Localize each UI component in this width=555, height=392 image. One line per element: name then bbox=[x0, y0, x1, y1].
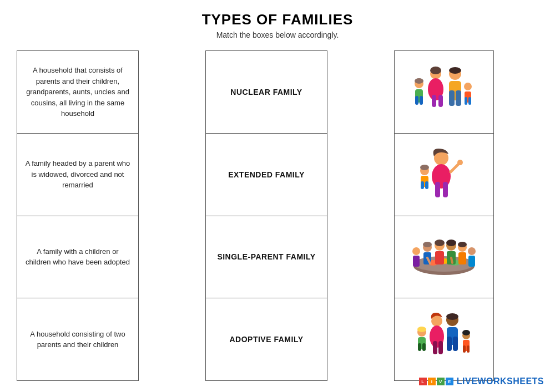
svg-rect-13 bbox=[420, 96, 423, 105]
svg-point-24 bbox=[457, 160, 463, 165]
label-4: ADOPTIVE FAMILY bbox=[206, 298, 327, 380]
svg-rect-69 bbox=[463, 345, 466, 353]
svg-point-71 bbox=[462, 330, 470, 335]
svg-rect-46 bbox=[468, 256, 475, 267]
svg-rect-2 bbox=[449, 90, 455, 106]
svg-point-15 bbox=[464, 83, 472, 90]
brand-name: LIVEWORKSHEETS bbox=[457, 376, 544, 386]
svg-rect-27 bbox=[421, 181, 424, 189]
description-4: A household consisting of two parents an… bbox=[17, 298, 138, 380]
description-2: A family headed by a parent who is widow… bbox=[17, 134, 138, 216]
svg-point-57 bbox=[446, 313, 458, 320]
page: TYPES OF FAMILIES Match the boxes below … bbox=[0, 0, 555, 392]
svg-point-9 bbox=[449, 67, 461, 74]
image-adoptive-family bbox=[395, 298, 493, 380]
svg-rect-44 bbox=[458, 252, 466, 264]
svg-rect-6 bbox=[432, 95, 436, 107]
svg-point-49 bbox=[423, 242, 432, 247]
brand-letter-v: V bbox=[437, 378, 445, 385]
svg-point-35 bbox=[412, 247, 420, 255]
image-single-parent bbox=[395, 134, 493, 216]
label-1: NUCLEAR FAMILY bbox=[206, 51, 327, 134]
image-extended-family bbox=[395, 216, 493, 299]
svg-rect-28 bbox=[425, 181, 428, 189]
svg-rect-7 bbox=[438, 95, 443, 107]
images-column bbox=[394, 50, 494, 381]
svg-rect-56 bbox=[453, 337, 458, 351]
svg-rect-70 bbox=[467, 345, 470, 353]
brand-logo: L I V E bbox=[419, 378, 453, 385]
svg-rect-65 bbox=[422, 343, 426, 351]
svg-rect-22 bbox=[443, 182, 448, 197]
description-1: A household that consists of parents and… bbox=[17, 51, 138, 134]
svg-point-45 bbox=[468, 247, 476, 255]
image-nuclear-family bbox=[395, 51, 493, 134]
svg-point-47 bbox=[435, 240, 445, 246]
descriptions-column: A household that consists of parents and… bbox=[17, 50, 139, 381]
svg-rect-12 bbox=[415, 96, 418, 105]
svg-point-14 bbox=[415, 78, 423, 84]
svg-rect-17 bbox=[465, 97, 467, 105]
content: A household that consists of parents and… bbox=[17, 50, 538, 381]
svg-rect-55 bbox=[447, 337, 452, 351]
description-3: A family with a children or children who… bbox=[17, 216, 138, 299]
main-title: TYPES OF FAMILIES bbox=[17, 11, 538, 28]
svg-rect-40 bbox=[435, 251, 444, 264]
header: TYPES OF FAMILIES Match the boxes below … bbox=[17, 11, 538, 39]
liveworksheets-branding: L I V E LIVEWORKSHEETS bbox=[419, 376, 544, 386]
svg-point-48 bbox=[446, 240, 456, 246]
label-2: EXTENDED FAMILY bbox=[206, 134, 327, 216]
svg-rect-18 bbox=[468, 97, 471, 105]
svg-rect-64 bbox=[418, 343, 421, 351]
svg-point-8 bbox=[430, 67, 441, 74]
svg-line-52 bbox=[451, 258, 452, 263]
svg-point-50 bbox=[458, 242, 467, 247]
label-3: SINGLE-PARENT FAMILY bbox=[206, 216, 327, 299]
svg-rect-3 bbox=[456, 90, 461, 106]
svg-rect-60 bbox=[433, 341, 437, 354]
svg-line-23 bbox=[451, 164, 459, 172]
brand-letter-e: E bbox=[446, 378, 453, 385]
svg-rect-61 bbox=[438, 341, 443, 354]
labels-column: NUCLEAR FAMILY EXTENDED FAMILY SINGLE-PA… bbox=[205, 50, 327, 381]
svg-point-66 bbox=[417, 327, 426, 332]
brand-letter-i: I bbox=[428, 378, 436, 385]
svg-point-29 bbox=[420, 165, 429, 170]
svg-rect-21 bbox=[435, 182, 440, 197]
subtitle: Match the boxes below accordingly. bbox=[17, 30, 538, 39]
svg-rect-36 bbox=[413, 256, 420, 267]
brand-letter-l: L bbox=[419, 378, 427, 385]
